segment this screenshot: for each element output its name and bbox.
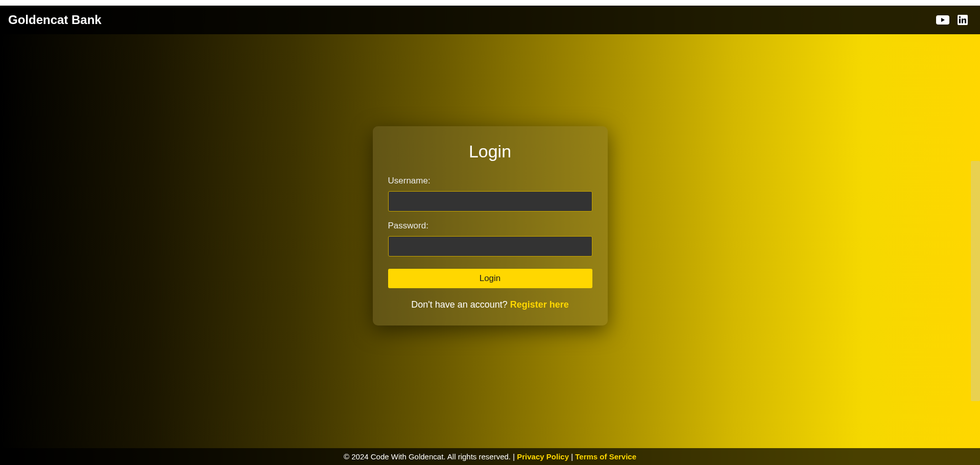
username-input[interactable] — [388, 191, 592, 212]
login-button[interactable]: Login — [388, 269, 592, 288]
social-icons-container — [936, 15, 972, 25]
youtube-icon — [936, 15, 949, 25]
linkedin-icon — [958, 15, 968, 25]
main-content: Login Username: Password: Login Don't ha… — [0, 34, 980, 448]
footer-separator: | — [569, 452, 575, 461]
page-container: Goldencat Bank Login — [0, 6, 980, 465]
linkedin-link[interactable] — [958, 15, 968, 25]
svg-rect-2 — [959, 19, 961, 24]
brand-title: Goldencat Bank — [8, 13, 102, 27]
terms-of-service-link[interactable]: Terms of Service — [575, 452, 636, 461]
youtube-link[interactable] — [936, 15, 949, 25]
password-input[interactable] — [388, 236, 592, 257]
username-label: Username: — [388, 176, 592, 186]
svg-point-3 — [959, 16, 961, 18]
username-group: Username: — [388, 176, 592, 212]
prompt-text: Don't have an account? — [411, 299, 510, 310]
login-title: Login — [388, 142, 592, 161]
password-group: Password: — [388, 221, 592, 257]
login-card: Login Username: Password: Login Don't ha… — [373, 126, 608, 326]
copyright-text: © 2024 Code With Goldencat. All rights r… — [344, 452, 517, 461]
privacy-policy-link[interactable]: Privacy Policy — [517, 452, 569, 461]
top-white-strip — [0, 0, 980, 6]
register-link[interactable]: Register here — [510, 299, 569, 310]
footer: © 2024 Code With Goldencat. All rights r… — [0, 448, 980, 465]
register-prompt: Don't have an account? Register here — [388, 299, 592, 310]
header: Goldencat Bank — [0, 6, 980, 34]
password-label: Password: — [388, 221, 592, 231]
scrollbar[interactable] — [971, 161, 980, 401]
